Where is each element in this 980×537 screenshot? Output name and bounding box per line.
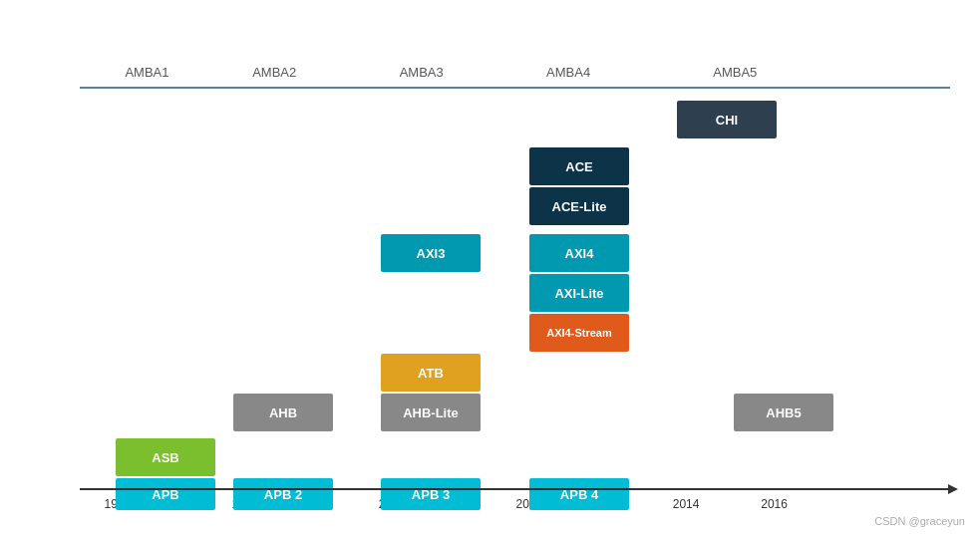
amba-label-amba3: AMBA3 <box>400 65 444 80</box>
timeline-axis <box>80 488 950 490</box>
watermark: CSDN @graceyun <box>874 515 965 527</box>
block-ace-lite: ACE-Lite <box>529 187 629 225</box>
block-apb2: APB 2 <box>233 478 333 510</box>
header-axis-line <box>80 87 950 89</box>
block-apb: APB <box>116 478 215 510</box>
block-axi3: AXI3 <box>381 234 481 272</box>
block-axi4-stream: AXI4-Stream <box>529 314 629 352</box>
amba-label-amba4: AMBA4 <box>546 65 590 80</box>
block-axi-lite: AXI-Lite <box>529 274 629 312</box>
block-ahb5: AHB5 <box>734 394 833 431</box>
block-apb4: APB 4 <box>529 478 629 510</box>
block-ahb: AHB <box>233 394 333 431</box>
chart-container: AMBA1AMBA2AMBA3AMBA4AMBA5 19961999200320… <box>0 0 980 537</box>
year-label-2016: 2016 <box>761 497 788 511</box>
block-ahb-lite: AHB-Lite <box>381 394 481 431</box>
block-ace: ACE <box>529 147 629 185</box>
block-apb3: APB 3 <box>381 478 481 510</box>
amba-label-amba2: AMBA2 <box>252 65 296 80</box>
block-asb: ASB <box>116 438 215 476</box>
year-label-2014: 2014 <box>673 497 700 511</box>
amba-label-amba5: AMBA5 <box>713 65 757 80</box>
block-chi: CHI <box>677 101 777 138</box>
block-atb: ATB <box>381 354 481 392</box>
amba-label-amba1: AMBA1 <box>125 65 168 80</box>
block-axi4: AXI4 <box>529 234 629 272</box>
